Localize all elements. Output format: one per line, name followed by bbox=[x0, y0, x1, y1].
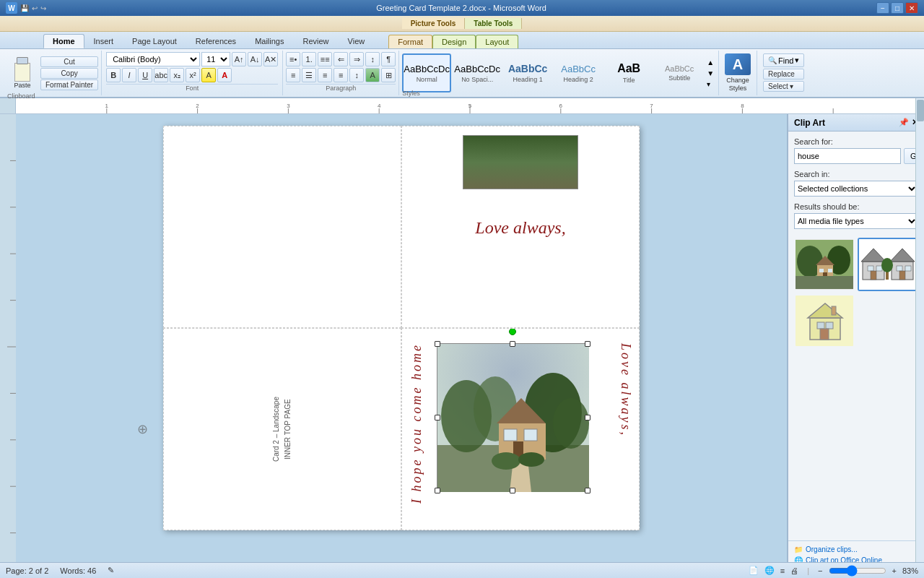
view-normal-icon[interactable]: 📄 bbox=[749, 566, 759, 575]
highlight-button[interactable]: A bbox=[201, 68, 216, 82]
shrink-font-button[interactable]: A↓ bbox=[248, 52, 262, 66]
minimize-button[interactable]: − bbox=[876, 2, 889, 14]
multilevel-list-button[interactable]: ≡≡ bbox=[318, 52, 332, 66]
tab-page-layout[interactable]: Page Layout bbox=[123, 34, 186, 48]
close-button[interactable]: ✕ bbox=[905, 2, 918, 14]
clip-art-search-input[interactable] bbox=[794, 148, 901, 164]
strikethrough-button[interactable]: abc bbox=[154, 68, 168, 82]
italic-button[interactable]: I bbox=[122, 68, 136, 82]
maximize-button[interactable]: □ bbox=[891, 2, 904, 14]
quick-access-save[interactable]: 💾 bbox=[20, 4, 29, 12]
svg-rect-47 bbox=[819, 269, 824, 272]
view-web-icon[interactable]: 🌐 bbox=[764, 566, 775, 575]
love-always-top-text: Love always, bbox=[475, 218, 565, 238]
bold-button[interactable]: B bbox=[106, 68, 121, 82]
clip-art-thumb-3 bbox=[796, 296, 853, 346]
tab-view[interactable]: View bbox=[339, 34, 375, 48]
handle-bl[interactable] bbox=[435, 488, 440, 493]
clip-art-pin-icon[interactable]: 📌 bbox=[899, 118, 909, 127]
style-heading2[interactable]: AaBbCc Heading 2 bbox=[554, 53, 603, 92]
results-select[interactable]: All media file types bbox=[794, 213, 918, 229]
handle-lm[interactable] bbox=[435, 415, 440, 420]
underline-button[interactable]: U bbox=[138, 68, 152, 82]
handle-tl[interactable] bbox=[435, 341, 440, 347]
clear-format-button[interactable]: A✕ bbox=[263, 52, 278, 66]
superscript-button[interactable]: x² bbox=[186, 68, 200, 82]
zoom-out-button[interactable]: − bbox=[818, 566, 822, 575]
handle-bm[interactable] bbox=[510, 488, 515, 493]
justify-button[interactable]: ≡ bbox=[334, 68, 348, 82]
handle-tm[interactable] bbox=[510, 341, 515, 347]
zoom-slider[interactable] bbox=[829, 565, 886, 577]
tab-layout[interactable]: Layout bbox=[476, 35, 518, 48]
card-label-line1: Card 2 – Landscape bbox=[271, 397, 282, 462]
clip-art-scrollbar-thumb[interactable] bbox=[917, 114, 924, 121]
line-spacing-button[interactable]: ↕ bbox=[349, 68, 364, 82]
border-button[interactable]: ⊞ bbox=[381, 68, 396, 82]
clip-art-item-1[interactable] bbox=[794, 238, 855, 291]
subscript-button[interactable]: x₂ bbox=[170, 68, 184, 82]
change-styles-button[interactable]: A ChangeStyles bbox=[719, 51, 757, 95]
tab-insert[interactable]: Insert bbox=[84, 34, 123, 48]
proofing-icon[interactable]: ✎ bbox=[108, 566, 114, 575]
select-button[interactable]: Select ▾ bbox=[763, 81, 804, 92]
find-button[interactable]: 🔍 Find ▾ bbox=[763, 53, 804, 67]
style-subtitle[interactable]: AaBbCc Subtitle bbox=[655, 53, 704, 92]
organize-clips-link[interactable]: 📁 Organize clips... bbox=[794, 544, 918, 555]
sort-button[interactable]: ↕ bbox=[365, 52, 380, 66]
tab-home[interactable]: Home bbox=[43, 34, 84, 48]
style-no-spacing[interactable]: AaBbCcDc No Spaci... bbox=[453, 53, 502, 92]
zoom-in-button[interactable]: + bbox=[892, 566, 897, 575]
quick-access-redo[interactable]: ↪ bbox=[40, 4, 46, 12]
find-label: Find bbox=[778, 56, 793, 65]
tab-mailings[interactable]: Mailings bbox=[245, 34, 293, 48]
view-print-icon[interactable]: 🖨 bbox=[790, 566, 798, 575]
styles-more[interactable]: ▾ bbox=[705, 79, 715, 90]
style-normal[interactable]: AaBbCcDc Normal bbox=[402, 53, 451, 92]
replace-button[interactable]: Replace bbox=[763, 69, 804, 79]
bullets-button[interactable]: ≡• bbox=[286, 52, 300, 66]
font-name-selector[interactable]: Calibri (Body) bbox=[106, 52, 200, 66]
view-outline-icon[interactable]: ≡ bbox=[780, 566, 785, 575]
show-formatting-button[interactable]: ¶ bbox=[381, 52, 396, 66]
search-in-select[interactable]: Selected collections bbox=[794, 181, 918, 197]
shading-button[interactable]: A bbox=[365, 68, 380, 82]
font-size-selector[interactable]: 11 bbox=[201, 52, 230, 66]
quick-access-undo[interactable]: ↩ bbox=[32, 4, 38, 12]
handle-rm[interactable] bbox=[585, 415, 590, 420]
clip-art-item-3[interactable] bbox=[794, 294, 855, 348]
tab-design[interactable]: Design bbox=[432, 35, 476, 48]
grow-font-button[interactable]: A↑ bbox=[232, 52, 246, 66]
clip-art-thumb-2 bbox=[859, 239, 917, 290]
paste-button[interactable]: Paste bbox=[6, 52, 39, 94]
style-title[interactable]: AaB Title bbox=[604, 53, 653, 92]
style-heading1[interactable]: AaBbCc Heading 1 bbox=[503, 53, 552, 92]
decrease-indent-button[interactable]: ⇐ bbox=[334, 52, 348, 66]
styles-scroll-down[interactable]: ▼ bbox=[705, 68, 715, 79]
font-color-button[interactable]: A bbox=[217, 68, 232, 82]
align-left-button[interactable]: ≡ bbox=[286, 68, 300, 82]
house-image-container[interactable] bbox=[437, 343, 588, 491]
clip-art-scrollbar[interactable] bbox=[915, 114, 924, 562]
tab-review[interactable]: Review bbox=[293, 34, 338, 48]
numbering-button[interactable]: 1. bbox=[302, 52, 316, 66]
handle-br[interactable] bbox=[585, 488, 590, 493]
align-right-button[interactable]: ≡ bbox=[318, 68, 332, 82]
card-label-line2: INNER TOP PAGE bbox=[282, 397, 294, 462]
table-tools-tab[interactable]: Table Tools bbox=[465, 18, 522, 29]
cut-button[interactable]: Cut bbox=[40, 56, 98, 67]
picture-tools-tab[interactable]: Picture Tools bbox=[402, 18, 466, 29]
tab-references[interactable]: References bbox=[186, 34, 245, 48]
align-center-button[interactable]: ☰ bbox=[302, 68, 316, 82]
handle-rotate[interactable] bbox=[509, 328, 516, 335]
svg-rect-54 bbox=[868, 266, 873, 271]
increase-indent-button[interactable]: ⇒ bbox=[349, 52, 364, 66]
tab-format[interactable]: Format bbox=[388, 35, 432, 48]
styles-scroll-up[interactable]: ▲ bbox=[705, 57, 715, 68]
hope-text: I hope you come home bbox=[409, 343, 424, 504]
format-painter-button[interactable]: Format Painter bbox=[40, 79, 98, 90]
handle-tr[interactable] bbox=[585, 341, 590, 347]
copy-button[interactable]: Copy bbox=[40, 68, 98, 79]
clip-art-item-2[interactable] bbox=[858, 238, 918, 291]
styles-scroll[interactable]: ▲ ▼ ▾ bbox=[705, 57, 715, 90]
